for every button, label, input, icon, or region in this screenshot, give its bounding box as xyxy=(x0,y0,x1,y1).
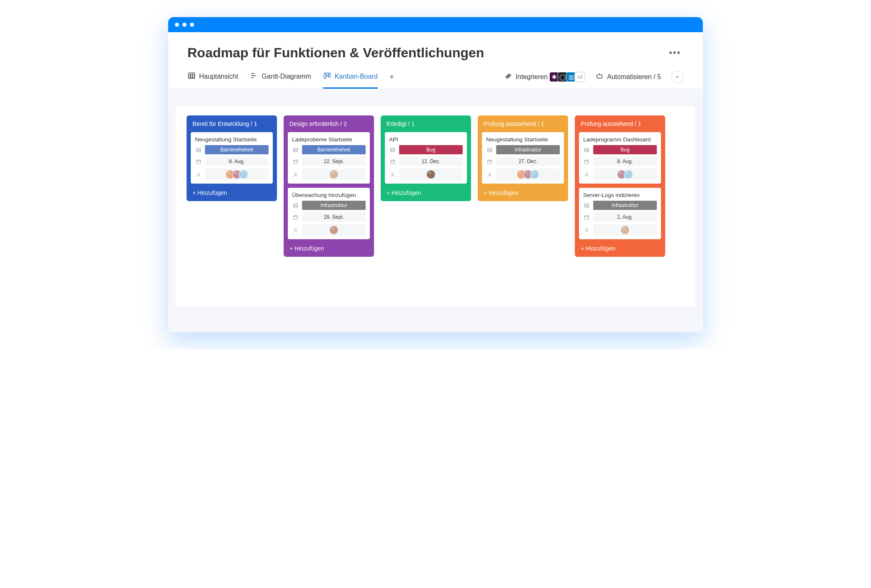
window-dot xyxy=(182,23,187,27)
card-date: 8. Aug. xyxy=(593,157,657,166)
avatar xyxy=(329,170,338,179)
add-view-button[interactable]: + xyxy=(389,72,395,88)
card-tag: Infrastruktur xyxy=(496,145,560,154)
kanban-column: Prüfung ausstehend / 1Ladeprogramm Dashb… xyxy=(575,115,665,257)
add-card-button[interactable]: + Hinzufügen xyxy=(191,188,273,196)
person-icon xyxy=(195,171,202,178)
svg-rect-24 xyxy=(584,215,589,219)
person-icon xyxy=(486,171,493,178)
collapse-toolbar-button[interactable] xyxy=(671,71,684,83)
add-card-button[interactable]: + Hinzufügen xyxy=(385,188,467,196)
kanban-column: Erledigt / 1APIBug12. Dez.+ Hinzufügen xyxy=(381,115,471,201)
card-tag: Infrastruktur xyxy=(593,201,657,210)
tab-gantt[interactable]: Gantt-Diagramm xyxy=(250,72,311,89)
window-dot xyxy=(190,23,194,27)
card-title: API xyxy=(389,136,463,143)
kanban-card[interactable]: APIBug12. Dez. xyxy=(385,132,467,184)
card-assignees xyxy=(399,169,463,180)
list-icon xyxy=(486,147,493,153)
automate-button[interactable]: Automatisieren / 5 xyxy=(595,72,661,82)
integrate-button[interactable]: Integrieren ✱ ◯ ▥ +2 xyxy=(504,72,586,82)
kanban-card[interactable]: Server-Logs indizierenInfrastruktur2. Au… xyxy=(579,188,661,239)
card-assignees xyxy=(302,224,366,236)
more-menu-button[interactable]: ••• xyxy=(666,45,684,61)
card-tag: Barrierefreiheit xyxy=(205,145,269,154)
card-assignees xyxy=(593,224,657,236)
tab-label: Gantt-Diagramm xyxy=(261,73,311,80)
svg-rect-4 xyxy=(597,75,602,78)
add-card-button[interactable]: + Hinzufügen xyxy=(482,188,564,196)
kanban-icon xyxy=(323,72,331,82)
card-title: Ladeprobeme Startseite xyxy=(292,136,366,143)
avatar xyxy=(620,225,630,235)
avatar xyxy=(426,170,436,179)
window-dot xyxy=(175,23,179,27)
list-icon xyxy=(292,202,299,209)
svg-point-16 xyxy=(392,173,393,174)
calendar-icon xyxy=(583,159,590,165)
card-tag: Bug xyxy=(593,145,657,154)
person-icon xyxy=(292,227,299,233)
calendar-icon xyxy=(486,159,493,165)
robot-icon xyxy=(595,72,604,82)
card-assignees xyxy=(496,169,560,180)
kanban-card[interactable]: Ladeprobeme StartseiteBarrierefreiheit22… xyxy=(288,132,370,184)
page-title: Roadmap für Funktionen & Veröffentlichun… xyxy=(187,45,484,61)
svg-point-25 xyxy=(586,228,587,230)
svg-point-13 xyxy=(295,228,296,230)
avatar xyxy=(239,170,248,179)
svg-rect-23 xyxy=(584,204,589,207)
svg-rect-0 xyxy=(189,73,195,78)
kanban-column: Prüfung ausstehend / 1Neugestaltung Star… xyxy=(478,115,568,201)
app-window: Roadmap für Funktionen & Veröffentlichun… xyxy=(168,17,703,332)
card-assignees xyxy=(205,169,269,180)
gantt-icon xyxy=(250,72,258,82)
svg-rect-1 xyxy=(324,73,325,78)
svg-rect-6 xyxy=(196,160,200,164)
table-icon xyxy=(187,72,196,82)
tab-kanban[interactable]: Kanban-Board xyxy=(323,72,378,89)
integration-more-badge[interactable]: +2 xyxy=(574,72,585,82)
card-title: Server-Logs indizieren xyxy=(583,192,657,198)
card-date: 22. Sept. xyxy=(302,157,366,166)
card-assignees xyxy=(593,169,657,180)
calendar-icon xyxy=(292,159,299,165)
svg-rect-14 xyxy=(390,148,395,152)
kanban-column: Bereit für Entwicklung / 1Neugestaltung … xyxy=(187,115,277,201)
svg-rect-20 xyxy=(584,148,589,152)
svg-rect-3 xyxy=(329,73,330,77)
svg-point-10 xyxy=(295,173,296,174)
list-icon xyxy=(583,147,590,153)
list-icon xyxy=(583,202,590,209)
list-icon xyxy=(292,147,299,153)
svg-rect-2 xyxy=(326,73,328,76)
svg-rect-11 xyxy=(293,204,297,207)
svg-rect-21 xyxy=(584,160,589,164)
card-date: 27. Dez. xyxy=(496,157,560,166)
kanban-card[interactable]: Überwachung hinzufügenInfrastruktur28. S… xyxy=(288,188,370,239)
column-title: Prüfung ausstehend / 1 xyxy=(579,120,661,128)
card-tag: Bug xyxy=(399,145,463,154)
calendar-icon xyxy=(195,159,202,165)
tab-label: Kanban-Board xyxy=(335,73,378,80)
avatar xyxy=(329,225,338,235)
kanban-column: Design erforderlich / 2Ladeprobeme Start… xyxy=(284,115,374,257)
tab-main-view[interactable]: Hauptansicht xyxy=(187,72,238,89)
column-title: Bereit für Entwicklung / 1 xyxy=(191,120,273,128)
card-date: 2. Aug. xyxy=(593,212,657,222)
calendar-icon xyxy=(292,214,299,220)
svg-rect-8 xyxy=(293,148,297,152)
svg-point-19 xyxy=(489,173,490,174)
card-date: 12. Dez. xyxy=(399,157,463,166)
kanban-card[interactable]: Neugestaltung StartseiteInfrastruktur27.… xyxy=(482,132,564,184)
add-card-button[interactable]: + Hinzufügen xyxy=(579,243,661,252)
card-date: 8. Aug. xyxy=(205,157,269,166)
add-card-button[interactable]: + Hinzufügen xyxy=(288,243,370,252)
card-assignees xyxy=(302,169,366,180)
avatar xyxy=(624,170,633,179)
card-date: 28. Sept. xyxy=(302,212,366,222)
kanban-card[interactable]: Neugestaltung StartseiteBarrierefreiheit… xyxy=(191,132,273,184)
kanban-card[interactable]: Ladeprogramm DashboardBug8. Aug. xyxy=(579,132,661,184)
card-title: Ladeprogramm Dashboard xyxy=(583,136,657,143)
kanban-board: Bereit für Entwicklung / 1Neugestaltung … xyxy=(176,106,695,307)
